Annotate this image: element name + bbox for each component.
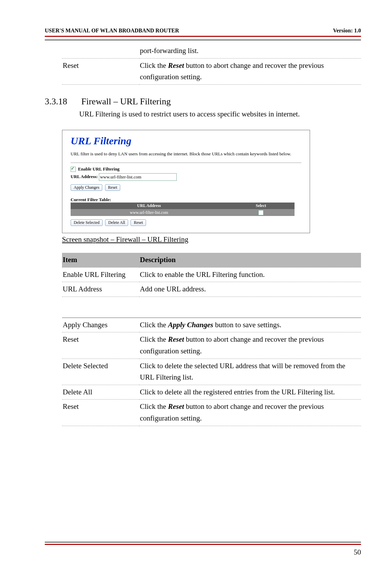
filter-col-select: Select <box>227 203 295 209</box>
description-cell: Click to delete all the registered entri… <box>139 385 361 400</box>
item-cell <box>62 44 139 58</box>
top-continuation-table: port-forwarding list.ResetClick the Rese… <box>62 44 361 85</box>
delete-selected-button[interactable]: Delete Selected <box>71 219 103 226</box>
enable-url-filtering-label: Enable URL Filtering <box>78 166 120 172</box>
item-cell: Apply Changes <box>62 318 139 332</box>
screenshot-caption: Screen snapshot – Firewall – URL Filteri… <box>62 235 361 244</box>
description-cell: Add one URL address. <box>139 282 361 297</box>
item-description-table-2: Apply ChangesClick the Apply Changes but… <box>62 318 361 426</box>
item-cell: Delete All <box>62 385 139 400</box>
item-cell: Reset <box>62 332 139 359</box>
filter-table-label: Current Filter Table: <box>71 197 301 203</box>
url-filtering-screenshot: URL Filtering URL filter is used to deny… <box>62 130 310 233</box>
filter-col-url: URL Address <box>71 203 227 209</box>
item-description-table: Item Description Enable URL FilteringCli… <box>62 253 361 297</box>
reset-button[interactable]: Reset <box>105 184 121 191</box>
header-black-rule <box>45 40 361 40</box>
description-cell: Click the Apply Changes button to save s… <box>139 318 361 332</box>
current-filter-table: URL Address Select www.url-filter-list.c… <box>71 203 295 216</box>
delete-all-button[interactable]: Delete All <box>105 219 128 226</box>
filter-row-select-checkbox[interactable] <box>258 210 264 215</box>
section-number: 3.3.18 <box>45 96 76 107</box>
col-item: Item <box>62 253 139 267</box>
item-cell: Enable URL Filtering <box>62 267 139 282</box>
section-title: Firewall – URL Filtering <box>81 96 171 107</box>
shot-title: URL Filtering <box>71 135 301 147</box>
filter-row-select-cell <box>227 209 295 216</box>
header-right: Version: 1.0 <box>333 28 361 34</box>
col-description: Description <box>139 253 361 267</box>
item-cell: Reset <box>62 400 139 426</box>
footer-black-rule <box>45 542 361 542</box>
reset-button-2[interactable]: Reset <box>131 219 146 226</box>
item-cell: URL Address <box>62 282 139 297</box>
description-cell: Click the Reset button to abort change a… <box>139 332 361 359</box>
url-address-input[interactable] <box>99 173 177 181</box>
description-cell: port-forwarding list. <box>139 44 361 58</box>
description-cell: Click the Reset button to abort change a… <box>139 58 361 84</box>
page-number: 50 <box>354 548 361 557</box>
apply-changes-button[interactable]: Apply Changes <box>71 184 102 191</box>
header-left: USER'S MANUAL OF WLAN BROADBAND ROUTER <box>45 28 179 34</box>
url-address-label: URL Address: <box>71 174 98 179</box>
header-red-rule <box>45 36 361 37</box>
shot-description: URL filter is used to deny LAN users fro… <box>71 151 301 157</box>
description-cell: Click to enable the URL Filtering functi… <box>139 267 361 282</box>
description-cell: Click to delete the selected URL address… <box>139 359 361 385</box>
filter-row-url: www.url-filter-list.com <box>71 209 227 216</box>
item-cell: Reset <box>62 58 139 84</box>
footer-red-rule <box>45 544 361 545</box>
item-cell: Delete Selected <box>62 359 139 385</box>
divider <box>71 163 301 163</box>
description-cell: Click the Reset button to abort change a… <box>139 400 361 426</box>
section-intro: URL Filtering is used to restrict users … <box>79 109 361 120</box>
enable-url-filtering-checkbox[interactable] <box>71 167 76 172</box>
